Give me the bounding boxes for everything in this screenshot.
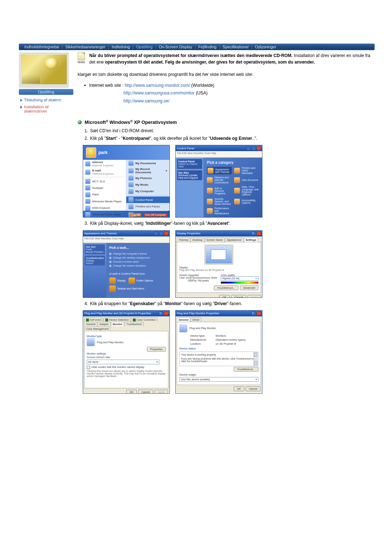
tab[interactable]: GeForce3 [84,317,103,322]
help-icon[interactable]: ? [252,311,256,315]
startmenu-item[interactable]: Windows Movie Maker [83,211,126,218]
nav-item-active[interactable]: Opstilling [134,45,155,49]
tab[interactable]: Adapter [98,322,111,326]
tab[interactable]: General [84,322,97,326]
tab[interactable]: Appearance [225,238,243,242]
cancel-button[interactable]: Cancel [231,295,246,298]
task-link[interactable]: Change the computer's theme [109,252,167,256]
startmenu-item[interactable]: MSN Explorer [83,204,126,211]
cp-icon[interactable]: Display [109,278,126,284]
ok-button[interactable]: OK [219,295,230,298]
cp-icon[interactable]: Taskbar and Start Menu [109,285,167,292]
tab-active[interactable]: Settings [244,238,258,242]
cp-category[interactable]: User Accounts [234,176,259,184]
task-link[interactable]: Change the desktop background [109,256,167,260]
tab[interactable]: Device Selection [103,317,130,322]
startmenu-control-panel[interactable]: Control Panel [126,197,170,203]
close-icon[interactable] [257,311,261,315]
startmenu-item[interactable]: Windows Media Player [83,198,126,204]
link-usa[interactable]: http://www.samsungusa.com/monitor [123,90,195,96]
ok-button[interactable]: OK [234,386,244,391]
heading-part: Windows [108,119,130,125]
startmenu-item[interactable]: InternetInternet Explorer [83,160,126,168]
nav-item[interactable]: Indledning [109,45,132,49]
startmenu-item[interactable]: Paint [83,191,126,198]
tab[interactable]: Desktop [191,238,204,242]
help-icon[interactable]: ? [252,231,256,235]
tab[interactable]: Themes [177,238,190,242]
close-icon[interactable] [164,311,168,315]
link-se[interactable]: http://www.samsung.se/ [123,98,170,104]
maximize-icon[interactable] [252,146,256,150]
cp-category[interactable]: Printers and Other Hardware [234,167,259,174]
troubleshoot-button[interactable]: Troubleshoot... [214,285,238,290]
advanced-button[interactable]: Advanced [240,285,258,290]
tab-active[interactable]: Monitor [111,322,124,326]
tab[interactable]: Troubleshoot [124,322,143,326]
cp-category[interactable]: Performance and Maintenance [207,207,232,215]
task-link[interactable]: Change the screen resolution [109,264,167,268]
hide-modes-checkbox[interactable]: Hide modes that this monitor cannot disp… [87,365,166,369]
res-more: More [211,276,217,279]
window-title-bar: Plug and Play Monitor Properties ? [176,311,262,316]
turnoff-button[interactable]: Turn Off Computer [143,213,167,216]
properties-button[interactable]: Properties [147,347,166,352]
startmenu-item[interactable]: My Music [126,181,170,188]
startmenu-item[interactable]: My Computer [126,188,170,195]
cp-category-selected[interactable]: Appearance and Themes [207,167,232,174]
sidebar-link[interactable]: Tilslutning af skærm [19,97,73,104]
minimize-icon[interactable] [246,146,251,150]
nav-item[interactable]: Indholdsfortegnelse [22,45,62,49]
resolution-slider[interactable] [186,277,210,279]
quality-combo[interactable]: Highest (32 bit)▾ [221,276,258,281]
cp-category[interactable]: Network and Internet Connections [207,176,232,184]
startmenu-item[interactable]: Printers and Faxes [126,203,170,210]
tab[interactable]: Driver [191,317,201,322]
sidebar-link-active[interactable]: Installation af skærmdriver [19,104,73,115]
apply-button[interactable]: Apply [155,390,168,394]
tab-active[interactable]: General [177,317,190,322]
link-lead: Internet web site : [89,83,124,88]
task-link[interactable]: Choose a screen saver [109,260,167,264]
startmenu-item[interactable]: E-mailOutlook Express [83,168,126,176]
tab[interactable]: Color Management [84,327,110,331]
nav-item[interactable]: Specifikationer [220,45,251,49]
maximize-icon[interactable] [159,231,163,235]
help-icon[interactable]: ? [159,311,163,315]
nav-item[interactable]: Fejlfinding [196,45,219,49]
screenshot-start-menu: park InternetInternet Explorer E-mailOut… [83,145,170,218]
troubleshoot-button[interactable]: Troubleshoot... [234,367,258,372]
close-icon[interactable] [257,146,261,150]
cp-category[interactable]: Add or Remove Programs [207,186,232,196]
close-icon[interactable] [257,231,261,235]
startmenu-item[interactable]: Notepad [83,185,126,191]
cancel-button[interactable]: Cancel [246,386,261,391]
refresh-combo[interactable]: 60 Hertz▾ [87,360,159,364]
nav-item[interactable]: Oplysninger [252,45,279,49]
folder-icon [128,175,134,181]
nav-item[interactable]: On-Screen Display [156,45,195,49]
apply-button[interactable]: Apply [248,295,261,298]
cp-category[interactable]: Date, Time, Language, and Regional Optio… [234,186,259,196]
window-title: Plug and Play Monitor Properties [177,312,219,315]
cp-icon[interactable]: Folder Options [128,278,153,284]
sidebar-link-label[interactable]: Tilslutning af skærm [24,98,61,102]
link-worldwide[interactable]: http://www.samsung-monitor.com/ [124,83,190,88]
scrollbar[interactable] [253,352,258,365]
close-icon[interactable] [164,231,168,235]
tab[interactable]: Screen Saver [205,238,225,242]
tab[interactable]: Color Correction [131,317,158,322]
nav-item[interactable]: Sikkerhedsanvisninger [63,45,108,49]
startmenu-item[interactable]: My Documents [126,160,170,166]
cancel-button[interactable]: Cancel [138,390,153,394]
startmenu-item[interactable]: MCT 10.0 [83,178,126,185]
sidebar-link-label[interactable]: Installation af skærmdriver [24,105,72,113]
startmenu-item[interactable]: My Pictures [126,175,170,181]
startmenu-item[interactable]: My Recent Documents ▸ [126,167,170,175]
logoff-button[interactable]: Log Off [130,213,141,216]
cp-category[interactable]: Accessibility Options [234,198,259,205]
ok-button[interactable]: OK [126,390,137,394]
usage-combo[interactable]: Use this device (enable)▾ [179,377,258,382]
minimize-icon[interactable] [154,231,158,235]
cp-category[interactable]: Sounds, Speech, and Audio Devices [207,198,232,205]
